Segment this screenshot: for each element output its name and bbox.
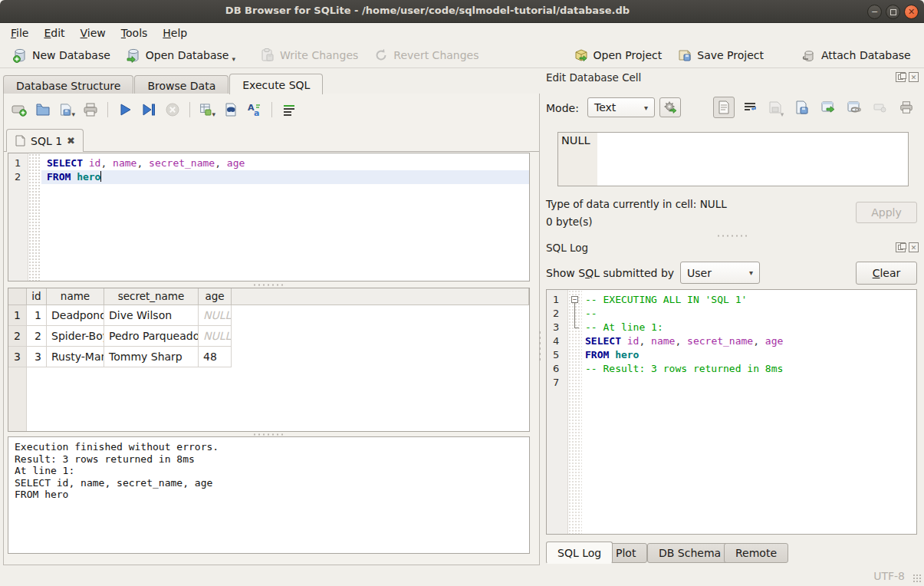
tab-browse-data[interactable]: Browse Data (134, 75, 229, 94)
menu-edit[interactable]: Edit (36, 24, 72, 42)
text-view-button[interactable] (713, 97, 735, 118)
open-project-button[interactable]: Open Project (566, 44, 670, 66)
new-database-button[interactable]: New Database (5, 44, 118, 66)
word-wrap-button[interactable] (281, 101, 298, 118)
save-sql-dropdown-icon[interactable]: ▾ (71, 110, 75, 118)
chevron-down-icon: ▾ (644, 104, 648, 112)
mode-select[interactable]: Text▾ (587, 97, 655, 117)
tab-execute-sql[interactable]: Execute SQL (229, 74, 323, 94)
open-database-dropdown-icon[interactable]: ▾ (232, 55, 235, 63)
print-button[interactable] (82, 101, 99, 118)
format-sql-button[interactable]: Aa (246, 101, 263, 118)
dock-tab-remote[interactable]: Remote (724, 543, 788, 563)
save-project-button[interactable]: Save Project (669, 44, 771, 66)
open-sql-file-button[interactable] (35, 101, 51, 118)
open-database-icon (126, 48, 141, 63)
editor-results-splitter[interactable] (253, 283, 284, 287)
sql-log-panel-title: SQL Log (546, 242, 588, 254)
log-fold-margin[interactable]: − (568, 290, 582, 534)
new-sql-tab-button[interactable] (11, 101, 28, 118)
cell-age[interactable]: 48 (199, 347, 232, 367)
import-cell-data-button[interactable] (791, 97, 813, 118)
minimize-button[interactable]: − (867, 5, 882, 19)
editor-line[interactable]: SELECT id, name, secret_name, age (41, 156, 529, 170)
column-header-id[interactable]: id (27, 288, 47, 305)
cell-id[interactable]: 1 (27, 305, 47, 326)
fold-collapse-icon[interactable]: − (571, 296, 578, 303)
column-header-secret-name[interactable]: secret_name (104, 288, 199, 305)
set-null-button[interactable] (870, 97, 891, 118)
open-database-button[interactable]: Open Database ▾ (118, 44, 243, 66)
save-sql-file-button[interactable]: ▾ (58, 101, 75, 118)
menu-help[interactable]: Help (155, 24, 195, 42)
close-sql-tab-icon[interactable]: ✖ (67, 135, 75, 146)
row-number[interactable]: 3 (8, 347, 27, 367)
execute-current-line-button[interactable] (140, 101, 157, 118)
dock-tab-sql-log[interactable]: SQL Log (546, 542, 613, 564)
cell-name[interactable]: Spider-Boy (47, 326, 104, 347)
message-line: Result: 3 rows returned in 8ms (15, 453, 523, 466)
maximize-button[interactable] (886, 5, 900, 19)
float-panel-button[interactable] (896, 242, 906, 252)
cell-id[interactable]: 2 (27, 326, 47, 347)
sql-log-filter-select[interactable]: User▾ (680, 262, 760, 284)
sql-file-tab[interactable]: SQL 1 ✖ (6, 129, 84, 152)
resize-grip[interactable] (912, 574, 922, 583)
apply-button[interactable]: Apply (856, 202, 917, 223)
titlebar[interactable]: DB Browser for SQLite - /home/user/code/… (0, 0, 924, 23)
close-panel-button[interactable]: ✕ (909, 72, 919, 82)
cell-secret-name[interactable]: Pedro Parqueador (104, 326, 199, 347)
column-header-age[interactable]: age (199, 288, 232, 305)
cell-age[interactable]: NULL (199, 305, 232, 326)
cell-secret-name[interactable]: Dive Wilson (104, 305, 199, 326)
cell-value-editor[interactable]: NULL (557, 132, 909, 186)
row-number[interactable]: 1 (8, 305, 27, 326)
dock-splitter[interactable] (717, 234, 748, 238)
attach-database-button[interactable]: Attach Database (794, 44, 919, 66)
print-cell-button[interactable] (896, 97, 917, 118)
row-number[interactable]: 2 (8, 326, 27, 347)
execute-all-button[interactable] (117, 101, 133, 118)
tab-database-structure[interactable]: Database Structure (3, 75, 133, 94)
table-row[interactable]: 1 1 Deadpond Dive Wilson NULL (8, 305, 529, 326)
editor-text-area[interactable]: SELECT id, name, secret_name, age FROM h… (41, 153, 529, 281)
cell-age[interactable]: NULL (199, 326, 232, 347)
sql-log-editor[interactable]: 1 2 3 4 5 6 7 − -- EXECUTING ALL IN 'SQL… (546, 289, 917, 535)
sql-log-filter-label: Show SQL submitted by (546, 267, 674, 279)
menu-file[interactable]: File (3, 24, 36, 42)
table-row[interactable]: 2 2 Spider-Boy Pedro Parqueador NULL (8, 326, 529, 347)
save-cell-dropdown-icon: ▾ (781, 110, 784, 118)
sql-editor[interactable]: 1 2 SELECT id, name, secret_name, age FR… (8, 153, 530, 281)
save-results-button[interactable]: ▾ (199, 101, 215, 118)
save-cell-button[interactable]: ▾ (765, 97, 787, 118)
menubar: File Edit View Tools Help (0, 23, 924, 43)
word-wrap-cell-button[interactable] (739, 97, 761, 118)
auto-switch-mode-button[interactable] (659, 97, 681, 117)
dock-tab-db-schema[interactable]: DB Schema (647, 543, 732, 563)
menu-view[interactable]: View (73, 24, 113, 42)
column-header-name[interactable]: name (47, 288, 104, 305)
clear-log-button[interactable]: Clear (856, 262, 917, 285)
cell-id[interactable]: 3 (27, 347, 47, 367)
close-panel-button[interactable]: ✕ (909, 242, 919, 252)
open-in-external-button[interactable] (843, 97, 865, 118)
panel-splitter[interactable] (538, 330, 542, 360)
cell-name[interactable]: Deadpond (47, 305, 104, 326)
find-button[interactable] (222, 101, 239, 118)
close-database-button[interactable]: Close Database (919, 44, 924, 66)
corner-header[interactable] (8, 288, 27, 305)
cell-name[interactable]: Rusty-Man (47, 347, 104, 367)
revert-changes-button[interactable]: Revert Changes (366, 44, 486, 66)
stop-button[interactable] (164, 101, 181, 118)
save-results-dropdown-icon[interactable]: ▾ (212, 110, 215, 118)
cell-secret-name[interactable]: Tommy Sharp (104, 347, 199, 367)
log-text-area[interactable]: -- EXECUTING ALL IN 'SQL 1' -- -- At lin… (582, 290, 916, 534)
execution-message-area[interactable]: Execution finished without errors. Resul… (8, 436, 530, 554)
export-cell-data-button[interactable] (817, 97, 839, 118)
close-button[interactable]: ✕ (904, 5, 919, 19)
menu-tools[interactable]: Tools (113, 24, 156, 42)
editor-line-current[interactable]: FROM hero (41, 170, 529, 184)
float-panel-button[interactable] (896, 72, 906, 82)
write-changes-button[interactable]: Write Changes (252, 44, 366, 66)
table-row[interactable]: 3 3 Rusty-Man Tommy Sharp 48 (8, 347, 529, 367)
